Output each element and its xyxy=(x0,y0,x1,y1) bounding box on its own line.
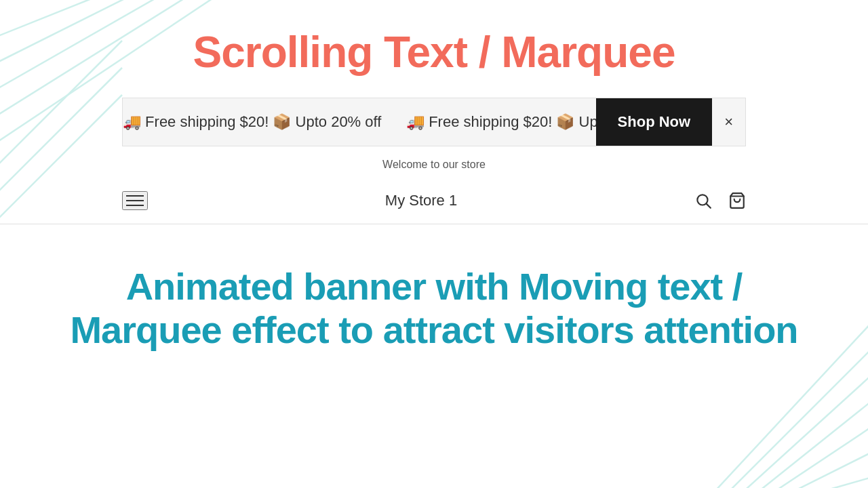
hamburger-line-1 xyxy=(126,195,144,197)
search-icon xyxy=(694,192,712,209)
navbar: My Store 1 xyxy=(0,178,868,224)
marquee-track: 🚚 Free shipping $20! 📦 Upto 20% off 🚚 Fr… xyxy=(123,113,596,131)
hero-section: Animated banner with Moving text / Marqu… xyxy=(0,224,868,380)
svg-line-16 xyxy=(707,204,711,208)
close-banner-button[interactable]: × xyxy=(712,98,745,146)
search-button[interactable] xyxy=(694,192,712,209)
svg-line-12 xyxy=(732,366,868,488)
welcome-text: Welcome to our store xyxy=(0,146,868,178)
svg-line-9 xyxy=(760,420,868,488)
cart-icon xyxy=(728,192,746,209)
svg-line-11 xyxy=(787,474,868,488)
svg-line-10 xyxy=(773,447,868,488)
marquee-banner: 🚚 Free shipping $20! 📦 Upto 20% off 🚚 Fr… xyxy=(122,98,746,146)
hamburger-line-2 xyxy=(126,200,144,201)
store-name: My Store 1 xyxy=(385,192,457,209)
hero-text: Animated banner with Moving text / Marqu… xyxy=(54,265,814,352)
svg-line-8 xyxy=(746,393,868,488)
nav-icons xyxy=(694,192,746,209)
hamburger-line-3 xyxy=(126,205,144,206)
shop-now-button[interactable]: Shop Now xyxy=(596,98,713,146)
page-title: Scrolling Text / Marquee xyxy=(0,0,868,98)
content-wrapper: Scrolling Text / Marquee 🚚 Free shipping… xyxy=(0,0,868,380)
marquee-content-area: 🚚 Free shipping $20! 📦 Upto 20% off 🚚 Fr… xyxy=(123,113,596,131)
marquee-text-1: 🚚 Free shipping $20! 📦 Upto 20% off 🚚 Fr… xyxy=(123,113,596,131)
cart-button[interactable] xyxy=(728,192,746,209)
hamburger-menu-button[interactable] xyxy=(122,191,148,210)
